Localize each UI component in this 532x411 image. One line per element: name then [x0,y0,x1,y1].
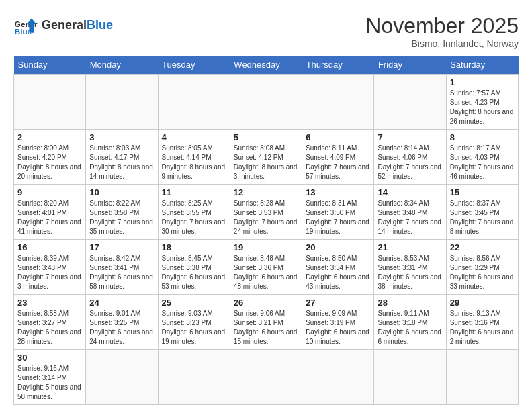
day-info: Sunrise: 8:17 AM Sunset: 4:03 PM Dayligh… [450,144,515,181]
day-number: 12 [234,187,298,197]
day-number: 30 [17,353,82,363]
day-info: Sunrise: 8:03 AM Sunset: 4:17 PM Dayligh… [89,144,154,181]
day-cell: 7Sunrise: 8:14 AM Sunset: 4:06 PM Daylig… [374,130,446,185]
day-cell: 9Sunrise: 8:20 AM Sunset: 4:01 PM Daylig… [14,185,86,240]
day-number: 1 [450,77,515,87]
day-number: 11 [162,187,226,197]
day-header-thursday: Thursday [302,56,374,75]
day-number: 18 [162,242,226,253]
header: General Blue GeneralBlue November 2025 B… [13,13,519,49]
day-cell: 15Sunrise: 8:37 AM Sunset: 3:45 PM Dayli… [446,185,518,240]
day-number: 24 [89,298,154,308]
day-info: Sunrise: 8:53 AM Sunset: 3:31 PM Dayligh… [378,254,442,291]
day-info: Sunrise: 8:00 AM Sunset: 4:20 PM Dayligh… [17,144,82,181]
day-cell: 28Sunrise: 9:11 AM Sunset: 3:18 PM Dayli… [374,295,446,350]
day-cell [446,350,518,405]
day-info: Sunrise: 9:11 AM Sunset: 3:18 PM Dayligh… [378,309,442,347]
day-cell [374,350,446,405]
day-info: Sunrise: 8:08 AM Sunset: 4:12 PM Dayligh… [234,144,298,181]
day-info: Sunrise: 8:58 AM Sunset: 3:27 PM Dayligh… [17,309,82,347]
day-cell: 6Sunrise: 8:11 AM Sunset: 4:09 PM Daylig… [302,130,374,185]
day-number: 13 [306,187,370,197]
day-number: 16 [17,242,82,253]
day-cell: 17Sunrise: 8:42 AM Sunset: 3:41 PM Dayli… [86,240,158,295]
day-header-wednesday: Wednesday [230,56,302,75]
day-number: 26 [234,298,298,308]
day-info: Sunrise: 8:56 AM Sunset: 3:29 PM Dayligh… [450,254,515,291]
day-cell [302,75,374,130]
day-info: Sunrise: 9:09 AM Sunset: 3:19 PM Dayligh… [306,309,370,347]
day-cell [158,75,230,130]
day-cell [374,75,446,130]
day-number: 3 [89,132,154,142]
day-header-sunday: Sunday [14,56,86,75]
day-info: Sunrise: 8:22 AM Sunset: 3:58 PM Dayligh… [89,199,154,236]
day-number: 23 [17,298,82,308]
day-cell: 1Sunrise: 7:57 AM Sunset: 4:23 PM Daylig… [446,75,518,130]
day-info: Sunrise: 9:01 AM Sunset: 3:25 PM Dayligh… [89,309,154,347]
logo-text: GeneralBlue [42,19,113,32]
day-number: 5 [234,132,298,142]
week-row-0: 1Sunrise: 7:57 AM Sunset: 4:23 PM Daylig… [14,75,519,130]
day-header-saturday: Saturday [446,56,518,75]
day-info: Sunrise: 8:25 AM Sunset: 3:55 PM Dayligh… [162,199,226,236]
week-row-5: 30Sunrise: 9:16 AM Sunset: 3:14 PM Dayli… [14,350,519,405]
day-cell: 2Sunrise: 8:00 AM Sunset: 4:20 PM Daylig… [14,130,86,185]
logo: General Blue GeneralBlue [13,13,113,38]
day-cell: 4Sunrise: 8:05 AM Sunset: 4:14 PM Daylig… [158,130,230,185]
day-info: Sunrise: 8:37 AM Sunset: 3:45 PM Dayligh… [450,199,515,236]
day-info: Sunrise: 9:06 AM Sunset: 3:21 PM Dayligh… [234,309,298,347]
calendar-subtitle: Bismo, Innlandet, Norway [365,38,519,49]
week-row-2: 9Sunrise: 8:20 AM Sunset: 4:01 PM Daylig… [14,185,519,240]
day-cell: 13Sunrise: 8:31 AM Sunset: 3:50 PM Dayli… [302,185,374,240]
day-number: 27 [306,298,370,308]
title-block: November 2025 Bismo, Innlandet, Norway [365,13,519,49]
day-cell [86,75,158,130]
day-cell: 18Sunrise: 8:45 AM Sunset: 3:38 PM Dayli… [158,240,230,295]
day-info: Sunrise: 8:20 AM Sunset: 4:01 PM Dayligh… [17,199,82,236]
day-info: Sunrise: 9:16 AM Sunset: 3:14 PM Dayligh… [17,364,82,402]
day-cell: 25Sunrise: 9:03 AM Sunset: 3:23 PM Dayli… [158,295,230,350]
day-cell: 23Sunrise: 8:58 AM Sunset: 3:27 PM Dayli… [14,295,86,350]
day-number: 28 [378,298,442,308]
day-cell: 19Sunrise: 8:48 AM Sunset: 3:36 PM Dayli… [230,240,302,295]
day-cell [158,350,230,405]
day-cell [86,350,158,405]
day-info: Sunrise: 9:13 AM Sunset: 3:16 PM Dayligh… [450,309,515,347]
day-number: 4 [162,132,226,142]
day-cell: 12Sunrise: 8:28 AM Sunset: 3:53 PM Dayli… [230,185,302,240]
day-info: Sunrise: 8:42 AM Sunset: 3:41 PM Dayligh… [89,254,154,291]
day-cell: 14Sunrise: 8:34 AM Sunset: 3:48 PM Dayli… [374,185,446,240]
day-number: 29 [450,298,515,308]
day-info: Sunrise: 7:57 AM Sunset: 4:23 PM Dayligh… [450,89,515,126]
header-row: SundayMondayTuesdayWednesdayThursdayFrid… [14,56,519,75]
logo-icon: General Blue [13,13,38,38]
calendar-title: November 2025 [365,13,519,38]
day-cell [14,75,86,130]
day-info: Sunrise: 8:39 AM Sunset: 3:43 PM Dayligh… [17,254,82,291]
day-cell: 3Sunrise: 8:03 AM Sunset: 4:17 PM Daylig… [86,130,158,185]
day-info: Sunrise: 8:11 AM Sunset: 4:09 PM Dayligh… [306,144,370,181]
day-cell: 24Sunrise: 9:01 AM Sunset: 3:25 PM Dayli… [86,295,158,350]
day-cell [230,350,302,405]
day-info: Sunrise: 8:48 AM Sunset: 3:36 PM Dayligh… [234,254,298,291]
day-cell: 29Sunrise: 9:13 AM Sunset: 3:16 PM Dayli… [446,295,518,350]
day-header-tuesday: Tuesday [158,56,230,75]
day-info: Sunrise: 8:45 AM Sunset: 3:38 PM Dayligh… [162,254,226,291]
day-info: Sunrise: 8:34 AM Sunset: 3:48 PM Dayligh… [378,199,442,236]
day-info: Sunrise: 8:28 AM Sunset: 3:53 PM Dayligh… [234,199,298,236]
day-info: Sunrise: 8:05 AM Sunset: 4:14 PM Dayligh… [162,144,226,181]
week-row-4: 23Sunrise: 8:58 AM Sunset: 3:27 PM Dayli… [14,295,519,350]
day-header-friday: Friday [374,56,446,75]
day-cell [230,75,302,130]
day-cell: 30Sunrise: 9:16 AM Sunset: 3:14 PM Dayli… [14,350,86,405]
day-cell: 16Sunrise: 8:39 AM Sunset: 3:43 PM Dayli… [14,240,86,295]
day-cell: 26Sunrise: 9:06 AM Sunset: 3:21 PM Dayli… [230,295,302,350]
day-info: Sunrise: 8:14 AM Sunset: 4:06 PM Dayligh… [378,144,442,181]
day-cell: 5Sunrise: 8:08 AM Sunset: 4:12 PM Daylig… [230,130,302,185]
day-cell: 10Sunrise: 8:22 AM Sunset: 3:58 PM Dayli… [86,185,158,240]
day-number: 10 [89,187,154,197]
day-cell: 22Sunrise: 8:56 AM Sunset: 3:29 PM Dayli… [446,240,518,295]
day-number: 7 [378,132,442,142]
week-row-3: 16Sunrise: 8:39 AM Sunset: 3:43 PM Dayli… [14,240,519,295]
